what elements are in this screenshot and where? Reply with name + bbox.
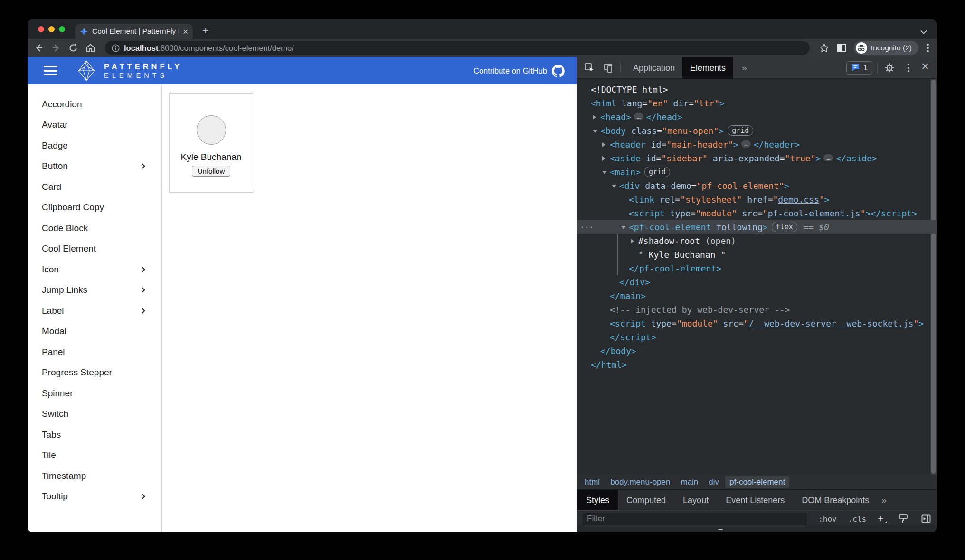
unfollow-button[interactable]: Unfollow [192, 166, 231, 177]
devtools-menu-kebab-icon[interactable] [901, 61, 916, 75]
panel-tab-event-listeners[interactable]: Event Listeners [717, 490, 793, 511]
toggle-sidebar-icon[interactable] [920, 512, 932, 526]
rendering-emulation-icon[interactable] [898, 512, 909, 526]
chevron-right-icon[interactable] [140, 288, 145, 293]
tab-close-icon[interactable]: × [183, 27, 188, 36]
devtools-close-icon[interactable]: × [920, 60, 932, 75]
chevron-right-icon[interactable] [140, 267, 145, 272]
sidebar-item-tabs[interactable]: Tabs [28, 424, 161, 445]
dom-tree-row[interactable]: <script type="module" src="/__web-dev-se… [577, 317, 937, 330]
more-panels-chevron-icon[interactable]: » [738, 63, 751, 73]
close-window-button[interactable] [38, 26, 44, 32]
dom-tree-row[interactable]: <html lang="en" dir="ltr"> [577, 96, 937, 110]
sidebar-item-modal[interactable]: Modal [28, 321, 161, 342]
sidebar-item-tile[interactable]: Tile [28, 445, 161, 466]
back-icon[interactable] [34, 43, 44, 53]
panel-tab-layout[interactable]: Layout [674, 490, 717, 511]
new-tab-button[interactable]: + [202, 24, 209, 37]
sidebar-item-cool-element[interactable]: Cool Element [28, 239, 161, 260]
breadcrumb-main[interactable]: main [676, 476, 702, 488]
browser-tab[interactable]: Cool Element | PatternFly Elem × [75, 24, 193, 39]
devtools-tab-application[interactable]: Application [625, 57, 682, 79]
code-segment-ell[interactable]: … [823, 154, 833, 161]
side-panel-icon[interactable] [837, 44, 846, 52]
sidebar-item-icon[interactable]: Icon [28, 259, 161, 280]
site-info-icon[interactable] [112, 44, 120, 52]
expand-arrow-down-icon[interactable] [602, 171, 607, 174]
breadcrumb-html[interactable]: html [580, 476, 604, 488]
home-icon[interactable] [85, 43, 95, 53]
new-style-rule-button[interactable]: + [878, 513, 886, 524]
dom-tree-row[interactable]: </main> [577, 289, 937, 303]
device-toolbar-icon[interactable] [601, 61, 615, 75]
dom-tree-row[interactable]: <div data-demo="pf-cool-element"> [577, 179, 937, 193]
expand-arrow-down-icon[interactable] [593, 130, 597, 133]
dom-tree-row[interactable]: <head>…</head> [577, 110, 937, 124]
panel-tab-computed[interactable]: Computed [618, 490, 674, 511]
expand-arrow-down-icon[interactable] [621, 226, 626, 229]
chevron-right-icon[interactable] [140, 164, 145, 169]
dom-tree-row[interactable]: <script type="module" src="pf-cool-eleme… [577, 206, 937, 220]
browser-menu-kebab-icon[interactable] [926, 44, 930, 52]
dom-tree-row[interactable]: </div> [577, 275, 937, 289]
dom-tree-row[interactable]: <link rel="stylesheet" href="demo.css"> [577, 193, 937, 206]
sidebar-item-label[interactable]: Label [28, 300, 161, 321]
expand-arrow-right-icon[interactable] [602, 142, 605, 147]
code-segment-link[interactable]: pf-cool-element.js [768, 208, 861, 218]
code-segment-badge[interactable]: grid [728, 125, 753, 136]
sidebar-item-code-block[interactable]: Code Block [28, 218, 161, 239]
sidebar-item-badge[interactable]: Badge [28, 135, 161, 156]
issues-counter[interactable]: 1 [846, 61, 872, 75]
code-segment-link[interactable]: /__web-dev-server__web-socket.js [749, 318, 914, 328]
panel-tabs-more-chevron-icon[interactable]: » [878, 495, 890, 505]
code-segment-ell[interactable]: … [634, 113, 643, 120]
code-segment-ell[interactable]: … [741, 140, 751, 148]
sidebar-item-switch[interactable]: Switch [28, 404, 161, 425]
dom-tree-row[interactable]: " Kyle Buchanan " [577, 248, 937, 261]
inspect-element-icon[interactable] [582, 61, 596, 75]
code-segment-link[interactable]: demo.css [778, 195, 819, 205]
breadcrumb-pf-cool-element[interactable]: pf-cool-element [725, 476, 789, 488]
bookmark-star-icon[interactable] [819, 43, 829, 53]
sidebar-item-card[interactable]: Card [28, 177, 161, 197]
dom-tree-row[interactable]: <!DOCTYPE html> [577, 83, 937, 96]
devtools-tab-elements[interactable]: Elements [682, 57, 733, 79]
sidebar-item-clipboard-copy[interactable]: Clipboard Copy [28, 197, 161, 218]
tab-search-chevron-down-icon[interactable] [920, 30, 927, 34]
chevron-right-icon[interactable] [140, 494, 145, 499]
panel-tab-styles[interactable]: Styles [577, 490, 618, 511]
dom-tree-row[interactable]: #shadow-root (open) [577, 234, 937, 248]
dom-tree-row[interactable]: <aside id="sidebar" aria-expanded="true"… [577, 151, 937, 165]
expand-arrow-right-icon[interactable] [631, 239, 634, 243]
sidebar-item-spinner[interactable]: Spinner [28, 383, 161, 404]
expand-arrow-right-icon[interactable] [602, 156, 605, 161]
sidebar-item-avatar[interactable]: Avatar [28, 115, 161, 136]
dom-tree-row[interactable]: </body> [577, 344, 937, 358]
code-segment-badge[interactable]: grid [644, 167, 670, 177]
expand-arrow-down-icon[interactable] [612, 185, 616, 188]
dom-tree-row[interactable]: <header id="main-header">…</header> [577, 138, 937, 151]
dom-tree-row[interactable]: </script> [577, 330, 937, 344]
dom-tree-row[interactable]: </pf-cool-element> [577, 261, 937, 275]
dom-tree-row[interactable]: </html> [577, 358, 937, 372]
hamburger-menu-icon[interactable] [44, 66, 57, 76]
breadcrumb-div[interactable]: div [704, 476, 723, 488]
sidebar-item-tooltip[interactable]: Tooltip [28, 486, 161, 507]
styles-filter-input[interactable] [582, 513, 807, 525]
panel-tab-dom-breakpoints[interactable]: DOM Breakpoints [793, 490, 878, 511]
forward-icon[interactable] [51, 43, 61, 53]
incognito-badge[interactable]: Incognito (2) [854, 41, 918, 55]
sidebar-item-timestamp[interactable]: Timestamp [28, 466, 161, 486]
sidebar-item-panel[interactable]: Panel [28, 342, 161, 363]
url-bar[interactable]: localhost:8000/components/cool-element/d… [105, 41, 810, 55]
dom-tree-row[interactable]: <main>grid [577, 165, 937, 179]
sidebar-item-progress-stepper[interactable]: Progress Stepper [28, 363, 161, 383]
sidebar-item-accordion[interactable]: Accordion [28, 94, 161, 115]
expand-arrow-right-icon[interactable] [593, 115, 596, 120]
dom-tree-row[interactable]: <!-- injected by web-dev-server --> [577, 303, 937, 317]
row-more-actions-icon[interactable]: ··· [580, 220, 594, 234]
contribute-link[interactable]: Contribute on GitHub [473, 65, 565, 77]
breadcrumb-body-menu-open[interactable]: body.menu-open [606, 476, 674, 488]
dom-tree-row[interactable]: ···<pf-cool-element following>flex == $0 [577, 220, 937, 234]
toggle-element-state-button[interactable]: :hov [818, 514, 837, 523]
